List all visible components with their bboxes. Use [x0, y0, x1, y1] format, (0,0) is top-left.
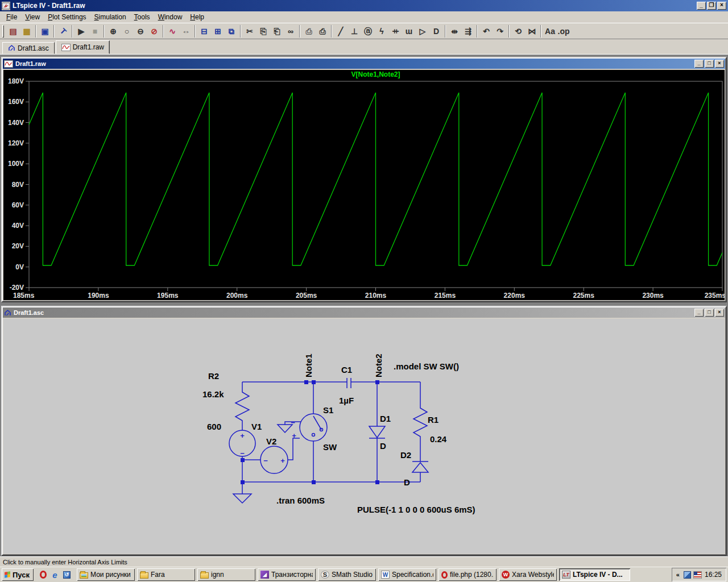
x-tick-label[interactable]: 185ms — [13, 292, 35, 300]
x-tick-label[interactable]: 230ms — [642, 292, 664, 300]
tab-draft1-raw[interactable]: Draft1.raw — [56, 40, 110, 54]
menu-window[interactable]: Window — [154, 12, 187, 22]
x-tick-label[interactable]: 215ms — [435, 292, 456, 300]
mirror-icon[interactable]: ⋈ — [525, 25, 539, 38]
schematic-canvas[interactable]: R216.2k600V1V2S1SWC11µF.model SW SW()D1D… — [3, 319, 725, 554]
taskbar-button-мои-рисунки[interactable]: Мои рисунки — [77, 568, 135, 581]
taskbar-button-транзисторна[interactable]: ◢Транзисторна... — [258, 568, 316, 581]
taskbar-button-smath-studio[interactable]: SSMath Studio - ... — [318, 568, 376, 581]
word-doc-icon: W — [381, 571, 390, 579]
zoom-out-icon[interactable]: ⊖ — [134, 25, 147, 38]
x-tick-label[interactable]: 235ms — [705, 292, 725, 300]
tab-draft1-asc[interactable]: Draft1.asc — [2, 42, 55, 54]
ltspice-icon: LT — [562, 571, 570, 579]
copy-icon[interactable]: ⎘ — [257, 25, 270, 38]
taskbar-button-file-php-1280[interactable]: file.php (1280... — [439, 568, 497, 581]
start-button[interactable]: Пуск — [2, 568, 34, 581]
maximize-icon[interactable]: □ — [705, 309, 714, 317]
language-us-flag-icon[interactable] — [693, 571, 702, 579]
menu-simulation[interactable]: Simulation — [90, 12, 130, 22]
app-title-bar[interactable]: LTspice IV - Draft1.raw _ ❐ × — [0, 0, 728, 11]
taskbar-button-ltspice-iv-d[interactable]: LTLTspice IV - D... — [559, 568, 630, 581]
drag-icon[interactable]: ⇶ — [461, 25, 475, 38]
toolbar-grip[interactable] — [2, 25, 4, 38]
close-icon[interactable]: × — [715, 60, 724, 68]
tray-clock[interactable]: 16:25 — [705, 571, 722, 579]
draw-wire-icon[interactable]: ╱ — [334, 25, 348, 38]
trace-legend[interactable]: V[Note1,Note2] — [351, 70, 400, 78]
menu-view[interactable]: View — [21, 12, 44, 22]
net-label-icon[interactable]: ⓐ — [361, 25, 375, 38]
restore-icon[interactable]: ❐ — [707, 2, 716, 10]
minimize-icon[interactable]: _ — [697, 2, 706, 10]
maximize-icon[interactable]: □ — [705, 60, 714, 68]
control-panel-hammer-icon[interactable]: T — [56, 25, 70, 38]
menu-plot-settings[interactable]: Plot Settings — [44, 12, 90, 22]
undo-icon[interactable]: ↶ — [479, 25, 493, 38]
taskbar-button-specification-d[interactable]: WSpecification.d... — [378, 568, 436, 581]
window-arrow-icon[interactable]: ↺ — [63, 571, 71, 579]
x-tick-label[interactable]: 225ms — [573, 292, 595, 300]
close-icon[interactable]: × — [715, 309, 724, 317]
x-tick-label[interactable]: 220ms — [504, 292, 526, 300]
save-icon[interactable]: ▣ — [38, 25, 52, 38]
print-preview-icon[interactable]: ⎙ — [302, 25, 316, 38]
cut-icon[interactable]: ✂ — [243, 25, 257, 38]
schematic-label-note2: Note2 — [374, 354, 383, 377]
taskbar-button-fara[interactable]: Fara — [137, 568, 195, 581]
zoom-full-extents-icon[interactable]: ⊘ — [147, 25, 161, 38]
move-icon[interactable]: ⇹ — [448, 25, 461, 38]
waveform-plot-area[interactable]: 180V160V140V120V100V80V60V40V20V0V-20V18… — [3, 70, 725, 300]
paste-icon[interactable]: ⎗ — [270, 25, 284, 38]
x-tick-label[interactable]: 195ms — [157, 292, 179, 300]
new-schematic-icon[interactable]: ▤ — [6, 25, 20, 38]
run-icon[interactable]: ▶ — [75, 25, 88, 38]
internet-explorer-icon[interactable]: e — [51, 571, 59, 579]
tile-horizontal-icon[interactable]: ⊟ — [197, 25, 211, 38]
pan-icon[interactable]: ⇔ — [179, 25, 193, 38]
x-tick-label[interactable]: 190ms — [88, 292, 109, 300]
rotate-icon[interactable]: ⟲ — [511, 25, 525, 38]
halt-icon[interactable]: ■ — [88, 25, 102, 38]
print-icon[interactable]: ⎙ — [316, 25, 329, 38]
text-icon[interactable]: Aa — [543, 25, 557, 38]
polarity-mark: − — [263, 456, 268, 465]
menu-help[interactable]: Help — [186, 12, 208, 22]
tray-chevron-icon[interactable]: « — [675, 571, 681, 578]
capacitor-icon[interactable]: ǂ — [388, 25, 402, 38]
zoom-in-icon[interactable]: ⊕ — [106, 25, 120, 38]
inductor-icon[interactable]: ɯ — [402, 25, 416, 38]
diode-icon[interactable]: ▷ — [416, 25, 429, 38]
menu-file[interactable]: File — [2, 12, 21, 22]
resistor-icon[interactable]: ϟ — [375, 25, 388, 38]
component-icon[interactable]: D — [429, 25, 443, 38]
minimize-icon[interactable]: _ — [694, 309, 704, 317]
find-icon[interactable]: ∞ — [284, 25, 297, 38]
redo-icon[interactable]: ↷ — [493, 25, 507, 38]
minimize-icon[interactable]: _ — [694, 60, 704, 68]
menu-tools[interactable]: Tools — [130, 12, 154, 22]
x-tick-label[interactable]: 200ms — [226, 292, 248, 300]
taskbar-button-label: Specification.d... — [392, 571, 433, 579]
waveform-file-icon — [4, 60, 13, 68]
tile-vertical-icon[interactable]: ⊞ — [211, 25, 225, 38]
autorange-y-icon[interactable]: ∿ — [166, 25, 179, 38]
schematic-label-tran-600ms: .tran 600mS — [276, 496, 325, 505]
network-icon[interactable] — [684, 571, 691, 579]
ground-icon[interactable]: ⊥ — [348, 25, 361, 38]
cascade-icon[interactable]: ⧉ — [225, 25, 238, 38]
waveform-window-title: Draft1.raw — [15, 60, 694, 67]
schematic-window-title-bar[interactable]: Draft1.asc _ □ × — [3, 307, 725, 318]
close-icon[interactable]: × — [717, 2, 726, 10]
waveform-window-title-bar[interactable]: Draft1.raw _ □ × — [3, 59, 725, 69]
tab-label: Draft1.asc — [18, 44, 49, 52]
x-tick-label[interactable]: 210ms — [365, 292, 387, 300]
opera-icon[interactable] — [40, 571, 47, 579]
x-tick-label[interactable]: 205ms — [296, 292, 317, 300]
zoom-area-icon[interactable]: ○ — [120, 25, 134, 38]
taskbar-button-xara-webstyle[interactable]: WXara Webstyle ... — [499, 568, 557, 581]
taskbar-button-ignn[interactable]: ignn — [197, 568, 255, 581]
spice-directive-icon[interactable]: .op — [557, 25, 570, 38]
resistor-R1 — [413, 382, 427, 462]
open-icon[interactable]: ▦ — [20, 25, 34, 38]
